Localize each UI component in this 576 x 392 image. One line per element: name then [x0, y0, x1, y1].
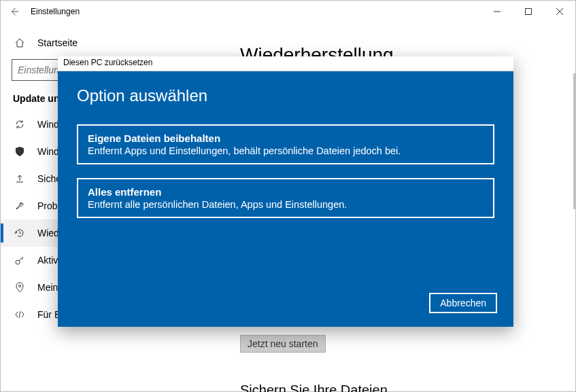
- sidebar-home-label: Startseite: [37, 37, 78, 48]
- history-icon: [13, 228, 27, 238]
- dialog-heading: Option auswählen: [77, 86, 494, 105]
- back-button[interactable]: [1, 1, 28, 22]
- location-icon: [13, 282, 27, 293]
- option-keep-files[interactable]: Eigene Dateien beibehalten Entfernt Apps…: [77, 124, 494, 164]
- maximize-button[interactable]: [513, 1, 544, 22]
- backup-heading: Sichern Sie Ihre Dateien: [240, 382, 388, 392]
- shield-icon: [13, 146, 27, 157]
- close-button[interactable]: [544, 1, 575, 22]
- settings-window: Einstellungen Startseite: [0, 0, 576, 392]
- scrollbar[interactable]: [573, 73, 575, 209]
- option-remove-all[interactable]: Alles entfernen Entfernt alle persönlich…: [77, 178, 494, 218]
- developer-icon: [13, 309, 27, 320]
- dialog-title: Diesen PC zurücksetzen: [58, 56, 513, 71]
- key-icon: [13, 255, 27, 266]
- option-title: Alles entfernen: [88, 186, 484, 198]
- window-controls: [481, 1, 575, 22]
- close-icon: [556, 8, 563, 15]
- sidebar-home[interactable]: Startseite: [1, 31, 224, 55]
- svg-point-6: [19, 285, 21, 287]
- option-desc: Entfernt Apps und Einstellungen, behält …: [88, 145, 484, 156]
- titlebar: Einstellungen: [1, 1, 575, 22]
- cancel-button[interactable]: Abbrechen: [429, 293, 497, 313]
- wrench-icon: [13, 200, 27, 211]
- option-title: Eigene Dateien beibehalten: [88, 132, 484, 144]
- minimize-icon: [494, 8, 501, 15]
- upload-icon: [13, 173, 27, 184]
- minimize-button[interactable]: [481, 1, 513, 22]
- window-title: Einstellungen: [31, 7, 80, 16]
- option-desc: Entfernt alle persönlichen Dateien, Apps…: [88, 199, 484, 210]
- home-icon: [13, 37, 27, 48]
- reset-pc-dialog: Diesen PC zurücksetzen Option auswählen …: [58, 56, 513, 327]
- maximize-icon: [525, 8, 532, 15]
- restart-button[interactable]: Jetzt neu starten: [240, 335, 326, 353]
- svg-rect-2: [526, 9, 532, 15]
- arrow-left-icon: [10, 7, 19, 16]
- sync-icon: [13, 119, 27, 130]
